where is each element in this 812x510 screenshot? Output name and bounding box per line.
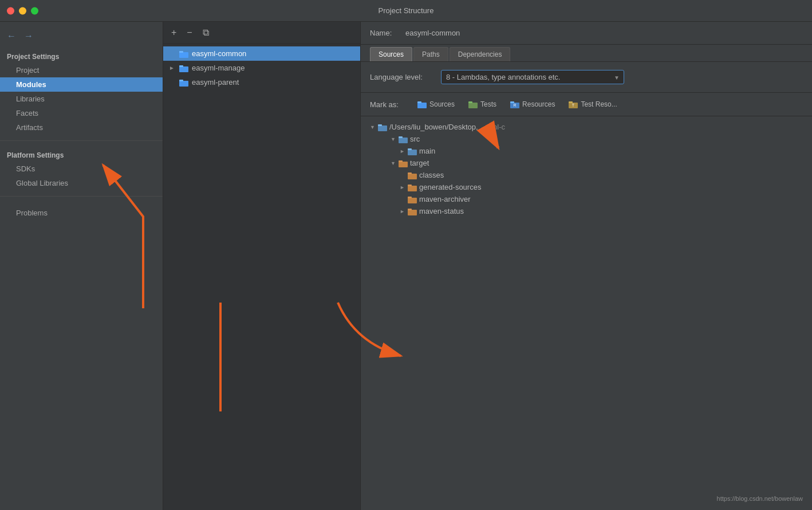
generated-sources-label: generated-sources	[419, 183, 481, 191]
module-item-easyml-parent[interactable]: easyml-parent	[163, 75, 360, 89]
svg-rect-5	[179, 80, 183, 81]
mark-sources-button[interactable]: Sources	[414, 99, 458, 110]
mark-as-row: Mark as: Sources Tests R	[361, 93, 812, 116]
sidebar-item-problems[interactable]: Problems	[0, 206, 163, 220]
src-label: src	[410, 135, 420, 143]
svg-rect-16	[378, 125, 387, 131]
module-item-easyml-common[interactable]: easyml-common	[163, 46, 360, 61]
target-folder-icon	[399, 159, 408, 167]
tree-maven-status-row[interactable]: ► maven-status	[361, 205, 812, 217]
module-toolbar: + − ⧉	[163, 22, 360, 44]
tree-main-row[interactable]: ► main	[361, 145, 812, 157]
name-label: Name:	[370, 29, 399, 37]
svg-rect-27	[408, 185, 412, 186]
mark-as-label: Mark as:	[370, 100, 407, 109]
remove-module-button[interactable]: −	[184, 26, 194, 39]
svg-rect-2	[179, 66, 188, 72]
mark-resources-button[interactable]: R Resources	[507, 99, 558, 110]
svg-rect-6	[417, 103, 427, 108]
root-suffix: nl-c	[493, 123, 505, 131]
svg-rect-9	[468, 101, 472, 103]
main-label: main	[419, 147, 435, 155]
root-folder-icon	[378, 123, 387, 131]
project-settings-section: Project Settings	[0, 48, 163, 63]
tree-src-row[interactable]: ▼ src	[361, 133, 812, 145]
module-name: easyml-common	[192, 49, 246, 58]
sidebar-item-modules[interactable]: Modules	[0, 77, 163, 92]
classes-folder-icon	[408, 171, 417, 179]
main-layout: ← → Project Settings Project Modules Lib…	[0, 22, 812, 510]
module-panel: + − ⧉ easyml-common ► easyml-manage	[163, 22, 361, 510]
main-folder-icon	[408, 147, 417, 155]
minimize-button[interactable]	[19, 7, 26, 14]
sidebar-item-sdks[interactable]: SDKs	[0, 162, 163, 176]
test-resources-folder-icon: T	[569, 100, 578, 108]
svg-rect-26	[408, 186, 417, 191]
svg-rect-25	[408, 172, 412, 174]
tab-sources[interactable]: Sources	[370, 47, 412, 61]
svg-rect-3	[179, 65, 183, 67]
maven-archiver-folder-icon	[408, 195, 417, 203]
window-title: Project Structure	[379, 6, 434, 15]
module-item-easyml-manage[interactable]: ► easyml-manage	[163, 61, 360, 75]
language-level-row: Language level: 8 - Lambdas, type annota…	[361, 62, 812, 93]
svg-text:T: T	[572, 103, 575, 107]
svg-rect-8	[468, 103, 478, 108]
window-controls[interactable]	[7, 7, 38, 14]
name-row: Name: easyml-common	[361, 22, 812, 45]
tree-generated-sources-row[interactable]: ► generated-sources	[361, 181, 812, 193]
module-name-3: easyml-parent	[192, 78, 239, 87]
svg-rect-20	[408, 150, 417, 155]
svg-rect-28	[408, 198, 417, 203]
svg-rect-19	[399, 136, 403, 138]
file-tree: ▼ /Users/liu_bowen/Desktop, ... nl-c ▼ s…	[361, 116, 812, 510]
root-path-label: /Users/liu_bowen/Desktop, ...	[389, 123, 486, 131]
sidebar-item-libraries[interactable]: Libraries	[0, 92, 163, 106]
folder-icon-3	[179, 79, 188, 87]
tree-gen-expand-icon: ►	[400, 185, 405, 190]
classes-label: classes	[419, 171, 444, 179]
copy-module-button[interactable]: ⧉	[200, 26, 211, 39]
language-level-select-wrapper: 8 - Lambdas, type annotations etc. 7 - D…	[441, 70, 624, 84]
mark-test-resources-button[interactable]: T Test Reso...	[565, 99, 620, 110]
folder-icon-2	[179, 64, 188, 72]
tree-expand-icon: ▼	[370, 124, 376, 130]
sidebar-item-global-libraries[interactable]: Global Libraries	[0, 176, 163, 190]
tab-paths[interactable]: Paths	[413, 47, 448, 61]
title-bar: Project Structure	[0, 0, 812, 22]
tree-maven-archiver-row[interactable]: maven-archiver	[361, 193, 812, 205]
tree-target-expand-icon: ▼	[391, 160, 396, 166]
sidebar-item-artifacts[interactable]: Artifacts	[0, 120, 163, 135]
tree-classes-row[interactable]: classes	[361, 169, 812, 181]
sidebar: ← → Project Settings Project Modules Lib…	[0, 22, 163, 510]
maximize-button[interactable]	[31, 7, 38, 14]
tab-dependencies[interactable]: Dependencies	[450, 47, 511, 61]
module-name-display: easyml-common	[405, 29, 460, 37]
tree-target-row[interactable]: ▼ target	[361, 157, 812, 169]
tree-maven-status-expand-icon: ►	[400, 209, 405, 214]
close-button[interactable]	[7, 7, 14, 14]
sidebar-item-project[interactable]: Project	[0, 63, 163, 77]
svg-text:R: R	[514, 103, 517, 107]
svg-rect-30	[408, 210, 417, 215]
add-module-button[interactable]: +	[169, 26, 179, 39]
svg-rect-29	[408, 197, 412, 198]
content-panel: Name: easyml-common Sources Paths Depend…	[361, 22, 812, 510]
module-name-2: easyml-manage	[192, 64, 245, 72]
tree-root-row[interactable]: ▼ /Users/liu_bowen/Desktop, ... nl-c	[361, 121, 812, 133]
tests-folder-icon	[468, 100, 478, 108]
svg-rect-7	[417, 101, 421, 103]
mark-tests-button[interactable]: Tests	[465, 99, 500, 110]
language-level-select[interactable]: 8 - Lambdas, type annotations etc. 7 - D…	[441, 70, 624, 84]
svg-rect-31	[408, 209, 412, 210]
svg-rect-18	[399, 138, 408, 143]
folder-icon	[179, 50, 188, 58]
back-arrow-icon[interactable]: ←	[7, 31, 16, 41]
tabs-row: Sources Paths Dependencies	[361, 45, 812, 62]
sidebar-divider-2	[0, 196, 163, 197]
svg-rect-1	[179, 51, 183, 53]
src-folder-icon	[399, 135, 408, 143]
maven-archiver-label: maven-archiver	[419, 195, 471, 203]
sidebar-item-facets[interactable]: Facets	[0, 106, 163, 120]
forward-arrow-icon[interactable]: →	[24, 31, 33, 41]
